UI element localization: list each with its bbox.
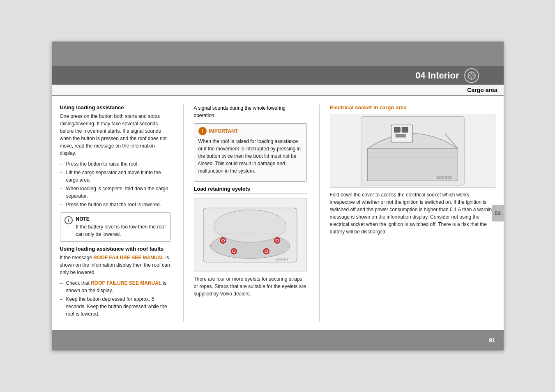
important-label: IMPORTANT bbox=[209, 128, 238, 134]
svg-point-13 bbox=[231, 248, 237, 254]
svg-point-8 bbox=[214, 210, 286, 242]
electrical-socket-title: Electrical socket in cargo area bbox=[330, 104, 495, 111]
note-icon: i bbox=[64, 216, 73, 224]
eyelet-image: 10004538 bbox=[194, 198, 307, 272]
roof-failure-text-1: ROOF FAILURE SEE MANUAL bbox=[94, 255, 164, 261]
svg-point-11 bbox=[274, 238, 280, 243]
note-text: If the battery level is too low then the… bbox=[76, 223, 166, 238]
socket-image: 10004538 bbox=[330, 114, 495, 188]
left-column: Using loading assistance One press on th… bbox=[60, 104, 179, 322]
svg-text:10004538: 10004538 bbox=[275, 258, 288, 261]
svg-rect-23 bbox=[402, 127, 408, 132]
faults-body: If the message ROOF FAILURE SEE MANUAL i… bbox=[60, 254, 171, 276]
faults-title: Using loading assistance with roof fault… bbox=[60, 246, 171, 252]
page-title: 04 Interior bbox=[415, 70, 459, 81]
note-content: NOTE If the battery level is too low the… bbox=[76, 216, 166, 238]
important-header: ! IMPORTANT bbox=[198, 127, 302, 135]
column-divider-1 bbox=[183, 104, 184, 322]
important-box: ! IMPORTANT When the roof is raised for … bbox=[194, 123, 307, 182]
roof-failure-text-2: ROOF FAILURE SEE MANUAL bbox=[91, 280, 161, 286]
side-tab: 04 bbox=[492, 205, 504, 221]
faults-bullet-list: Check that ROOF FAILURE SEE MANUAL is sh… bbox=[60, 279, 171, 318]
svg-point-15 bbox=[263, 248, 269, 254]
page-number: 91 bbox=[489, 337, 495, 344]
important-icon: ! bbox=[198, 127, 207, 135]
list-item: Check that ROOF FAILURE SEE MANUAL is sh… bbox=[60, 279, 171, 294]
list-item: Press the button to raise the roof. bbox=[60, 160, 171, 168]
bullet-list: Press the button to raise the roof. Lift… bbox=[60, 160, 171, 208]
right-column: Electrical socket in cargo area bbox=[324, 104, 495, 322]
svg-rect-22 bbox=[394, 127, 400, 132]
column-divider-2 bbox=[319, 104, 320, 322]
section-header: Cargo area bbox=[52, 85, 504, 96]
list-item: Lift the cargo separator and move it int… bbox=[60, 169, 171, 184]
signal-text: A signal sounds during the whole lowerin… bbox=[194, 104, 307, 119]
note-label: NOTE bbox=[76, 216, 166, 222]
svg-point-1 bbox=[470, 74, 473, 77]
header-icon bbox=[464, 68, 479, 83]
svg-rect-24 bbox=[395, 134, 405, 137]
using-loading-body: One press on the button both starts and … bbox=[60, 113, 171, 157]
load-retaining-title: Load retaining eyelets bbox=[194, 186, 307, 194]
svg-point-9 bbox=[220, 238, 226, 243]
list-item: Keep the button depressed for approx. 5 … bbox=[60, 295, 171, 318]
note-box: i NOTE If the battery level is too low t… bbox=[60, 212, 171, 242]
footer: 91 bbox=[52, 330, 504, 350]
mid-column: A signal sounds during the whole lowerin… bbox=[188, 104, 315, 322]
important-text: When the roof is raised for loading assi… bbox=[198, 138, 302, 175]
svg-text:10004538: 10004538 bbox=[436, 175, 452, 180]
list-item: When loading is complete, fold down the … bbox=[60, 185, 171, 200]
section-header-text: Cargo area bbox=[467, 87, 497, 93]
eyelet-description: There are four or more eyelets for secur… bbox=[194, 275, 307, 297]
using-loading-title: Using loading assistance bbox=[60, 104, 171, 111]
list-item: Press the button so that the roof is low… bbox=[60, 201, 171, 208]
title-bar: 04 Interior bbox=[52, 66, 504, 85]
top-header-bar bbox=[52, 42, 504, 66]
electrical-socket-body: Fold down the cover to access the electr… bbox=[330, 191, 495, 235]
